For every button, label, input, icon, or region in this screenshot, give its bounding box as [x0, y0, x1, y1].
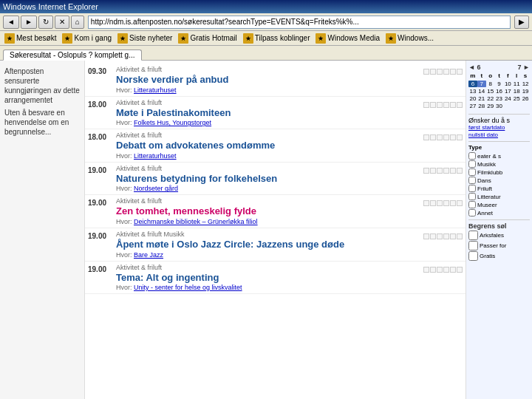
cal-day-11[interactable]: 11 — [512, 81, 521, 87]
list-item: 19.00 Aktivitet & friluft Tema: Alt og i… — [85, 262, 466, 295]
litteratur-checkbox[interactable] — [468, 193, 476, 200]
cal-day-6[interactable]: 6 — [468, 81, 477, 87]
cal-day-21[interactable]: 21 — [477, 95, 486, 102]
cal-day-7[interactable]: 7 — [477, 81, 486, 87]
event-title[interactable]: Møte i Palestinakomiteen — [116, 107, 418, 119]
refresh-button[interactable]: ↻ — [38, 16, 53, 29]
go-button[interactable]: ▶ — [514, 16, 529, 29]
gratis-label-text: Gratis — [480, 253, 495, 259]
cal-day-10[interactable]: 10 — [503, 81, 512, 87]
cal-day-27[interactable]: 27 — [468, 103, 477, 109]
cal-prev-month[interactable]: ◄ 6 — [468, 64, 480, 71]
event-category: Aktivitet & friluft — [116, 264, 418, 271]
cal-day-13[interactable]: 13 — [468, 88, 477, 95]
annet-checkbox[interactable] — [468, 209, 476, 216]
museer-checkbox[interactable] — [468, 201, 476, 208]
cal-day-12[interactable]: 12 — [521, 81, 530, 87]
event-title[interactable]: Åpent møte i Oslo Jazz Circle: Jazzens u… — [116, 239, 418, 250]
filter-passer[interactable]: Passer for — [468, 241, 530, 250]
filter-arksfales[interactable]: Arksfales — [468, 231, 530, 240]
type-museer[interactable]: Museer — [468, 201, 530, 208]
type-theater[interactable]: eater & s — [468, 152, 530, 160]
type-friluft[interactable]: Friluft — [468, 185, 530, 192]
dans-checkbox[interactable] — [468, 177, 476, 184]
start-date-link[interactable]: først startdato — [468, 124, 530, 131]
cal-header-l: l — [512, 72, 521, 79]
bookmark-news[interactable]: ★ Siste nyheter — [116, 33, 174, 44]
address-bar[interactable] — [88, 16, 511, 29]
event-location-link[interactable]: Litteraturhuset — [134, 152, 177, 160]
cal-day-18[interactable]: 18 — [512, 88, 521, 95]
bookmark-mostvisited[interactable]: ★ Mest besøkt — [3, 33, 58, 44]
event-location-link[interactable]: Nordseter gård — [134, 185, 178, 192]
bookmark-media[interactable]: ★ Windows Media — [314, 33, 381, 44]
passer-checkbox[interactable] — [468, 241, 478, 250]
cal-day-24[interactable]: 24 — [503, 95, 512, 102]
cal-day-19[interactable]: 19 — [521, 88, 530, 95]
type-annet[interactable]: Annet — [468, 209, 530, 216]
gratis-checkbox[interactable] — [468, 251, 478, 261]
cal-day-23[interactable]: 23 — [495, 95, 504, 102]
star-icon — [450, 267, 456, 273]
type-litteratur[interactable]: Litteratur — [468, 193, 530, 200]
theater-checkbox[interactable] — [468, 152, 476, 160]
event-title[interactable]: Naturens betydning for folkehelsen — [116, 173, 418, 185]
cal-day-25[interactable]: 25 — [512, 95, 521, 102]
event-title[interactable]: Tema: Alt og ingenting — [116, 272, 418, 284]
musikk-checkbox[interactable] — [468, 160, 476, 168]
filter-gratis[interactable]: Gratis — [468, 251, 530, 261]
cal-day-16[interactable]: 16 — [495, 88, 504, 95]
cal-day-22[interactable]: 22 — [486, 95, 495, 102]
cal-day-29[interactable]: 29 — [486, 103, 495, 109]
reset-date-link[interactable]: nullstil dato — [468, 132, 530, 138]
star-icon — [443, 102, 449, 108]
event-details: Aktivitet & friluft Debatt om advokatene… — [116, 132, 418, 160]
bookmark-icon2: ★ — [62, 33, 72, 44]
type-filmklubb[interactable]: Filmklubb — [468, 168, 530, 176]
main-tab[interactable]: Søkeresultat - Oslopuls ? komplett g... — [3, 50, 142, 61]
cal-day-15[interactable]: 15 — [486, 88, 495, 95]
bookmark-windows[interactable]: ★ Windows... — [384, 33, 435, 44]
star-icon — [457, 69, 463, 75]
cal-day-20[interactable]: 20 — [468, 95, 477, 102]
friluft-checkbox[interactable] — [468, 185, 476, 192]
cal-header-t: t — [477, 72, 486, 79]
event-time: 19.00 — [88, 197, 116, 207]
home-button[interactable]: ⌂ — [71, 16, 84, 29]
event-title[interactable]: Debatt om advokatenes omdømme — [116, 140, 418, 151]
event-title[interactable]: Norske verdier på anbud — [116, 74, 418, 86]
title-bar: Windows Internet Explorer — [0, 0, 532, 13]
cal-day-30[interactable]: 30 — [495, 103, 504, 109]
star-icon — [430, 134, 436, 140]
cal-next-month[interactable]: 7 ► — [518, 64, 530, 71]
cal-day-26[interactable]: 26 — [521, 95, 530, 102]
cal-day-17[interactable]: 17 — [503, 88, 512, 95]
event-location-link[interactable]: Deichmanske bibliotek – Grünerløkka fili… — [134, 218, 258, 225]
event-stars — [418, 264, 463, 273]
stop-button[interactable]: ✕ — [55, 16, 69, 29]
cal-day-14[interactable]: 14 — [477, 88, 486, 95]
event-location-link[interactable]: Unity - senter for helse og livskvalitet — [134, 284, 242, 291]
bookmark-getstarted[interactable]: ★ Kom i gang — [61, 33, 113, 44]
bookmark-hotmail[interactable]: ★ Gratis Hotmail — [177, 33, 238, 44]
arksfales-checkbox[interactable] — [468, 231, 478, 240]
type-dans[interactable]: Dans — [468, 177, 530, 184]
star-icon — [437, 168, 443, 174]
bookmark-customize[interactable]: ★ Tilpass koblinger — [242, 33, 312, 44]
star-icon — [450, 102, 456, 108]
event-location-link[interactable]: Folkets Hus, Youngstorget — [134, 119, 211, 126]
event-location-link[interactable]: Litteraturhuset — [134, 86, 177, 94]
back-button[interactable]: ◄ — [3, 16, 19, 29]
star-icon — [443, 69, 449, 75]
event-location-link[interactable]: Bare Jazz — [134, 251, 163, 259]
star-icon — [450, 200, 456, 206]
star-icon — [423, 233, 429, 239]
cal-day-8[interactable]: 8 — [486, 81, 495, 87]
event-title[interactable]: Zen tomhet, menneskelig fylde — [116, 205, 418, 217]
filmklubb-checkbox[interactable] — [468, 168, 476, 176]
type-musikk[interactable]: Musikk — [468, 160, 530, 168]
forward-button[interactable]: ► — [21, 16, 37, 29]
cal-day-9[interactable]: 9 — [495, 81, 504, 87]
cal-day-28[interactable]: 28 — [477, 103, 486, 109]
event-time: 19.00 — [88, 165, 116, 174]
